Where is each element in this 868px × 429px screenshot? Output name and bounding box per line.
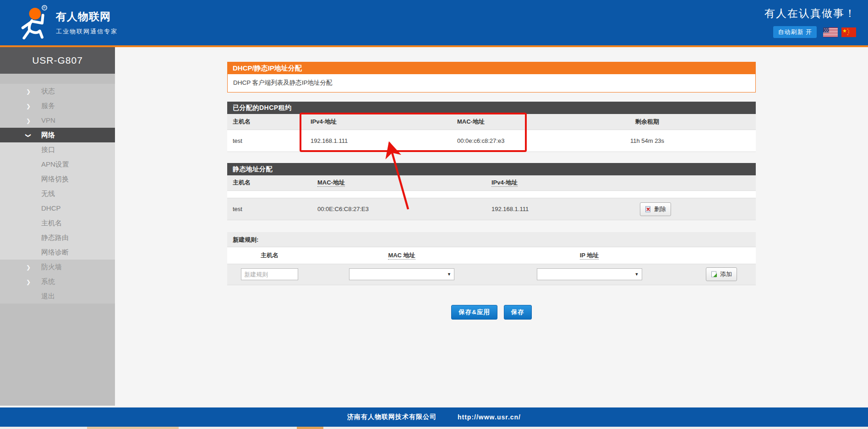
lease-mac: 00:0e:c6:c8:27:e3	[452, 130, 539, 152]
table-row: test 00:0E:C6:C8:27:E3 192.168.1.111 删除	[227, 198, 756, 220]
main-panel: DHCP/静态IP地址分配 DHCP 客户端列表及静态IP地址分配 已分配的DH…	[115, 47, 868, 406]
add-page-icon	[711, 271, 717, 277]
sidebar-item-hostname[interactable]: 主机名	[0, 216, 115, 230]
sidebar-item-status[interactable]: ❯状态	[0, 84, 115, 98]
brand-logo: R 有人物联网 工业物联网通信专家	[14, 3, 118, 43]
page-title: DHCP/静态IP地址分配	[227, 62, 756, 74]
ip-address-select[interactable]: ▼	[537, 268, 642, 280]
sidebar-item-label: 静态路由	[41, 234, 69, 241]
svg-text:R: R	[44, 6, 46, 9]
delete-page-icon	[645, 206, 651, 212]
column-header-ipv4: IPv4-地址	[486, 175, 634, 191]
save-apply-button[interactable]: 保存&应用	[451, 305, 497, 320]
sidebar-item-label: 接口	[41, 146, 55, 153]
column-header-hostname: 主机名	[227, 114, 305, 130]
static-mac: 00:0E:C6:C8:27:E3	[312, 198, 486, 220]
table-row: test 192.168.1.111 00:0e:c6:c8:27:e3 11h…	[227, 130, 756, 152]
device-name: USR-G807	[0, 47, 115, 74]
lease-hostname: test	[227, 130, 305, 152]
sidebar-item-firewall[interactable]: ❯防火墙	[0, 260, 115, 274]
auto-refresh-toggle[interactable]: 自动刷新 开	[773, 26, 817, 38]
delete-button[interactable]: 删除	[640, 202, 671, 216]
static-ipv4: 192.168.1.111	[486, 198, 634, 220]
us-flag-icon[interactable]: ★★★ ★★ ★★★	[823, 27, 838, 37]
top-header: R 有人物联网 工业物联网通信专家 有人在认真做事！ 自动刷新 开	[0, 0, 868, 47]
sidebar-item-system[interactable]: ❯系统	[0, 274, 115, 289]
sidebar-item-network[interactable]: ❯网络	[0, 128, 115, 142]
new-rule-title: 新建规则:	[227, 232, 756, 247]
svg-text:★: ★	[826, 31, 827, 33]
new-rule-table: 主机名 MAC 地址 IP 地址 ▼	[227, 247, 756, 285]
sidebar-item-label: APN设置	[41, 160, 69, 168]
header-slogan: 有人在认真做事！	[764, 6, 856, 21]
sidebar-item-interfaces[interactable]: 接口	[0, 142, 115, 157]
bottom-edge-strip	[0, 427, 868, 429]
save-button[interactable]: 保存	[504, 305, 532, 320]
sidebar-item-label: 网络诊断	[41, 248, 69, 256]
column-header-ipv4: IPv4-地址	[305, 114, 452, 130]
chevron-right-icon: ❯	[26, 260, 41, 275]
sidebar-item-logout[interactable]: 退出	[0, 289, 115, 304]
chevron-down-icon: ❯	[26, 128, 41, 143]
sidebar-item-services[interactable]: ❯服务	[0, 98, 115, 113]
column-header-hostname: 主机名	[227, 247, 312, 264]
sidebar-item-diagnostics[interactable]: 网络诊断	[0, 245, 115, 260]
caret-down-icon: ▼	[635, 272, 639, 277]
page-description: DHCP 客户端列表及静态IP地址分配	[227, 74, 756, 92]
svg-text:★: ★	[842, 28, 847, 33]
new-rule-section: 新建规则: 主机名 MAC 地址 IP 地址	[227, 232, 756, 285]
mac-address-select[interactable]: ▼	[349, 268, 454, 280]
sidebar: USR-G807 ❯状态 ❯服务 ❯VPN ❯网络 接口 APN设置 网络切换	[0, 47, 115, 406]
sidebar-item-label: 状态	[41, 87, 55, 95]
chevron-right-icon: ❯	[26, 275, 41, 289]
chevron-right-icon: ❯	[26, 114, 41, 128]
sidebar-item-label: 退出	[41, 292, 55, 300]
static-assign-table: 主机名 MAC-地址 IPv4-地址 test 00:0E:C6:C8:27:E…	[227, 175, 756, 221]
sidebar-item-label: 主机名	[41, 219, 62, 227]
column-header-ip: IP 地址	[491, 247, 687, 264]
dhcp-leases-table: 主机名 IPv4-地址 MAC-地址 剩余租期 test 192.168.1.1…	[227, 114, 756, 152]
lease-remaining: 11h 54m 23s	[539, 130, 756, 152]
brand-subtitle: 工业物联网通信专家	[56, 27, 118, 36]
sidebar-item-vpn[interactable]: ❯VPN	[0, 113, 115, 128]
svg-text:★: ★	[828, 31, 829, 33]
sidebar-item-label: 无线	[41, 190, 55, 197]
sidebar-item-wireless[interactable]: 无线	[0, 186, 115, 201]
footer: 济南有人物联网技术有限公司 http://www.usr.cn/	[0, 407, 868, 427]
sidebar-item-network-switch[interactable]: 网络切换	[0, 172, 115, 186]
caret-down-icon: ▼	[447, 272, 451, 277]
column-header-hostname: 主机名	[227, 175, 312, 191]
sidebar-item-label: 网络	[41, 131, 55, 139]
static-assign-title: 静态地址分配	[227, 163, 756, 175]
sidebar-item-dhcp[interactable]: DHCP	[0, 201, 115, 216]
chevron-right-icon: ❯	[26, 99, 41, 114]
column-header-lease-time: 剩余租期	[539, 114, 756, 130]
sidebar-item-label: VPN	[41, 116, 55, 124]
sidebar-item-label: 服务	[41, 102, 55, 109]
add-button[interactable]: 添加	[706, 267, 737, 281]
dhcp-leases-title: 已分配的DHCP租约	[227, 102, 756, 114]
sidebar-item-static-routes[interactable]: 静态路由	[0, 230, 115, 245]
svg-text:★: ★	[847, 33, 849, 36]
sidebar-item-label: 网络切换	[41, 175, 69, 183]
new-rule-hostname-input[interactable]	[241, 268, 298, 280]
spacer-row	[227, 191, 756, 198]
chevron-right-icon: ❯	[26, 84, 41, 99]
sidebar-item-label: 系统	[41, 277, 55, 285]
column-header-mac: MAC-地址	[312, 175, 486, 191]
footer-url-link[interactable]: http://www.usr.cn/	[458, 413, 521, 421]
usr-running-man-icon: R	[14, 3, 53, 43]
lease-ipv4: 192.168.1.111	[305, 130, 452, 152]
footer-company: 济南有人物联网技术有限公司	[347, 413, 437, 421]
static-assign-section: 静态地址分配 主机名 MAC-地址 IPv4-地址	[227, 163, 756, 221]
dhcp-leases-section: 已分配的DHCP租约 主机名 IPv4-地址 MAC-地址 剩余租期 tes	[227, 102, 756, 152]
brand-title: 有人物联网	[56, 10, 118, 24]
column-header-mac: MAC 地址	[312, 247, 491, 264]
sidebar-item-apn[interactable]: APN设置	[0, 157, 115, 172]
sidebar-item-label: 防火墙	[41, 263, 62, 271]
cn-flag-icon[interactable]: ★ ★★ ★★	[841, 27, 856, 37]
static-hostname: test	[227, 198, 312, 220]
svg-text:★: ★	[824, 31, 825, 33]
sidebar-item-label: DHCP	[41, 204, 61, 212]
column-header-mac: MAC-地址	[452, 114, 539, 130]
